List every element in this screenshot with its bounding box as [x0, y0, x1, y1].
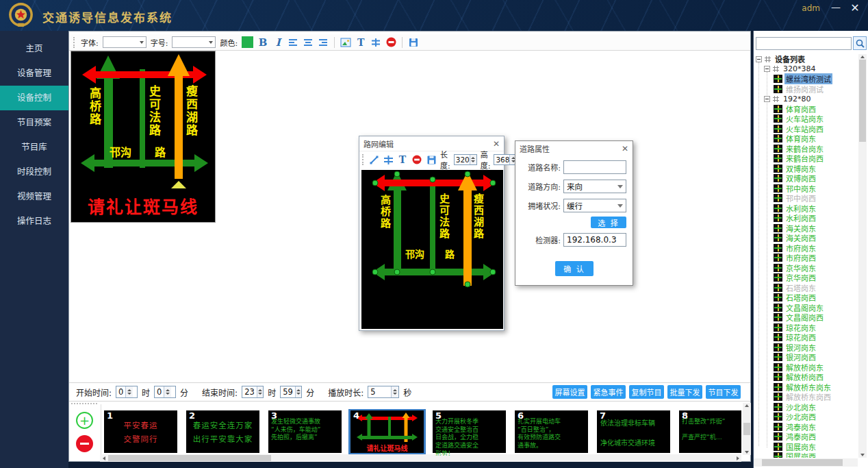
align-left-button[interactable] [288, 36, 298, 49]
font-family-select[interactable] [103, 36, 146, 48]
playlist-horizontal-scrollbar[interactable] [100, 454, 741, 462]
tree-node[interactable]: 沙北岗东 [754, 402, 858, 412]
select-detector-button[interactable]: 选 择 [591, 217, 626, 228]
tree-node[interactable]: 解放桥东岗西 [754, 392, 858, 402]
sidebar-item[interactable]: 视频管理 [0, 184, 68, 209]
tree-node[interactable]: 水利岗东 [754, 204, 858, 214]
scrollbar-thumb[interactable] [762, 459, 843, 466]
playlist-item[interactable]: 4 请礼让斑马线 [350, 410, 424, 453]
close-icon[interactable]: ✕ [622, 144, 628, 153]
tree-node[interactable]: 螺丝湾桥测试 [754, 74, 858, 84]
scroll-down-icon[interactable] [745, 451, 749, 454]
confirm-button[interactable]: 确 认 [555, 261, 593, 276]
tree-node[interactable]: 琼花岗东 [754, 323, 858, 333]
scroll-down-icon[interactable] [860, 454, 865, 456]
save-icon[interactable] [408, 36, 419, 49]
tree-node[interactable]: 石塔岗西 [754, 293, 858, 303]
tree-node[interactable]: 体育岗东 [754, 134, 858, 144]
collapse-icon[interactable] [756, 56, 762, 62]
tree-node[interactable]: 解放桥东岗东 [754, 382, 858, 393]
collapse-icon[interactable] [764, 66, 770, 72]
scroll-right-icon[interactable] [734, 454, 741, 462]
scrollbar-thumb[interactable] [859, 60, 866, 142]
scrollbar-thumb[interactable] [743, 423, 750, 435]
tree-node[interactable]: 琼花岗西 [754, 332, 858, 343]
detector-input[interactable] [563, 233, 626, 247]
tree-horizontal-scrollbar[interactable] [754, 458, 858, 467]
tree-node[interactable]: 320*384 [754, 64, 858, 75]
road-name-input[interactable] [563, 160, 626, 174]
playlist-item[interactable]: 2 春运安全连万家 出行平安靠大家 [186, 410, 259, 453]
spinner-arrows-icon[interactable] [125, 386, 133, 397]
scroll-up-icon[interactable] [745, 404, 749, 407]
tree-node[interactable]: 国展岗西 [754, 452, 858, 458]
sidebar-item[interactable]: 操作日志 [0, 209, 68, 234]
start-minute-input[interactable]: 0 [154, 386, 176, 398]
scroll-up-icon[interactable] [860, 56, 865, 58]
spinner-arrows-icon[interactable] [470, 155, 476, 164]
tree-node[interactable]: 银河岗西 [754, 352, 858, 362]
insert-image-button[interactable] [340, 36, 351, 49]
stop-button[interactable] [385, 36, 396, 49]
tree-node[interactable]: 邗中岗东 [754, 184, 858, 194]
playlist-vertical-scrollbar[interactable] [743, 403, 751, 455]
height-input[interactable]: 368 [494, 154, 517, 165]
scroll-left-icon[interactable] [100, 454, 107, 462]
playlist-item[interactable]: 7 依法治理非标车辆 净化城市交通环境 [597, 410, 670, 453]
tree-node[interactable]: 银河岗东 [754, 343, 858, 353]
sidebar-item[interactable]: 设备控制 [0, 86, 68, 110]
align-center-button[interactable] [303, 36, 314, 49]
tree-node[interactable]: 火车站岗西 [754, 124, 858, 134]
draw-road-button[interactable] [368, 153, 379, 166]
sidebar-item[interactable]: 时段控制 [0, 160, 68, 184]
add-program-button[interactable]: + [76, 412, 93, 429]
font-size-select[interactable] [172, 36, 216, 48]
stop-button[interactable] [411, 153, 422, 166]
tree-node[interactable]: 双博岗东 [754, 164, 858, 174]
start-hour-input[interactable]: 0 [116, 386, 138, 398]
junction-button[interactable] [383, 153, 394, 166]
device-search-input[interactable] [756, 37, 852, 50]
tree-node[interactable]: 来鹤台岗西 [754, 153, 858, 164]
tree-node[interactable]: 解放桥岗东 [754, 362, 858, 373]
save-icon[interactable] [426, 153, 437, 166]
tree-node[interactable]: 192*80 [754, 94, 858, 104]
playlist-item[interactable]: 8 打击整改“炸街” 严查严控“机… [679, 410, 741, 453]
tree-node[interactable]: 京华岗东 [754, 263, 858, 273]
tree-node-label[interactable]: 设备列表 [774, 54, 806, 64]
tree-node[interactable]: 双博岗西 [754, 173, 858, 184]
spinner-arrows-icon[interactable] [164, 386, 171, 397]
tree-node[interactable]: 京华岗西 [754, 273, 858, 283]
road-network-button[interactable] [370, 36, 381, 49]
tree-node-label[interactable]: 192*80 [782, 95, 813, 103]
tree-node[interactable]: 体育岗西 [754, 104, 858, 114]
tree-node[interactable]: 鸿泰岗西 [754, 432, 858, 442]
road-network-canvas[interactable]: 高桥路 史可法路 瘦西湖路 邗沟 路 [361, 170, 503, 329]
tree-node[interactable]: 石塔岗东 [754, 283, 858, 293]
duration-input[interactable]: 5 [368, 386, 399, 398]
tree-node[interactable]: 文昌阁岗西 [754, 312, 858, 323]
congestion-select[interactable]: 缓行 [563, 199, 626, 212]
tree-node[interactable]: 沙北岗西 [754, 412, 858, 422]
action-button[interactable]: 屏幕设置 [552, 385, 587, 399]
road-direction-select[interactable]: 来向 [563, 180, 626, 193]
sidebar-item[interactable]: 节目预案 [0, 110, 68, 135]
tree-node[interactable]: 鸿泰岗东 [754, 422, 858, 432]
tree-node[interactable]: 解放桥岗西 [754, 372, 858, 382]
sidebar-item[interactable]: 设备管理 [0, 61, 68, 86]
tree-node[interactable]: 设备列表 [754, 54, 858, 64]
playlist-item[interactable]: 1 平安春运 交警同行 [104, 410, 177, 453]
tree-node[interactable]: 国展岗东 [754, 442, 858, 452]
tree-node-label[interactable]: 维扬岗测试 [784, 84, 825, 95]
text-tool-button[interactable]: T [397, 153, 408, 166]
end-minute-input[interactable]: 59 [280, 386, 302, 398]
close-icon[interactable]: ✕ [847, 1, 863, 14]
color-swatch[interactable] [242, 36, 253, 48]
action-button[interactable]: 紧急事件 [591, 385, 626, 399]
tree-node[interactable]: 市府岗东 [754, 243, 858, 254]
tree-node[interactable]: 文昌阁岗东 [754, 303, 858, 313]
remove-program-button[interactable] [76, 435, 93, 452]
collapse-icon[interactable] [764, 96, 770, 102]
insert-text-button[interactable]: T [355, 36, 366, 49]
end-hour-input[interactable]: 23 [242, 386, 264, 398]
